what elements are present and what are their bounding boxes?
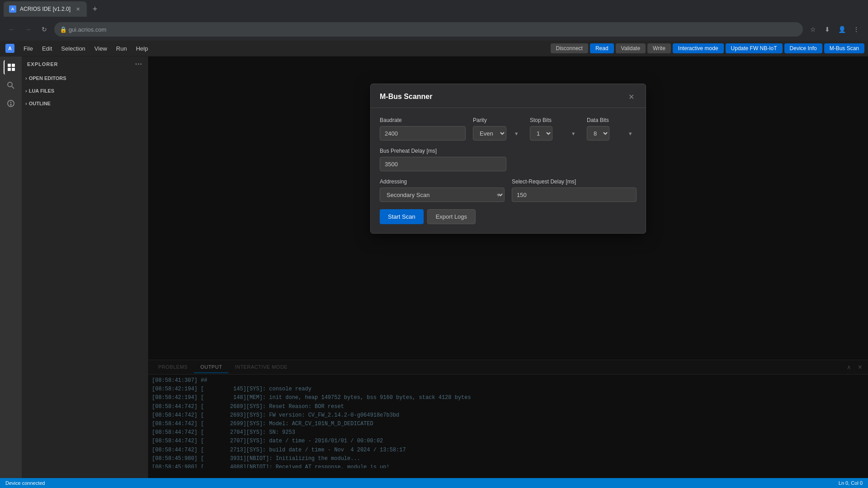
svg-point-10 (10, 104, 11, 105)
addressing-label: Addressing (380, 178, 505, 185)
sidebar-section-open-editors: › OPEN EDITORS (22, 72, 148, 84)
status-right: Ln 0, Col 0 (839, 480, 863, 486)
device-status: Device connected (5, 480, 45, 486)
parity-label: Parity (473, 117, 523, 123)
menu-button[interactable]: ⋮ (850, 23, 863, 36)
app-logo: A (4, 42, 16, 55)
sidebar-header: Explorer ··· (22, 56, 148, 72)
refresh-button[interactable]: ↻ (38, 23, 51, 36)
open-editors-label: OPEN EDITORS (29, 75, 66, 81)
mbus-scanner-modal: M-Bus Scanner ✕ Baudrate Parity (370, 84, 646, 234)
bookmark-button[interactable]: ☆ (807, 23, 819, 36)
menu-bar: A File Edit Selection View Run Help Disc… (0, 41, 868, 56)
activity-debug-icon[interactable] (4, 96, 18, 111)
mbus-scan-button[interactable]: M-Bus Scan (824, 43, 864, 53)
outline-label: OUTLINE (29, 101, 51, 106)
sidebar-more-icon[interactable]: ··· (135, 60, 142, 68)
validate-button[interactable]: Validate (616, 43, 646, 53)
stop-bits-label: Stop Bits (530, 117, 580, 123)
activity-explorer-icon[interactable] (4, 60, 18, 75)
status-bar: Device connected Ln 0, Col 0 (0, 478, 868, 488)
address-bar[interactable]: 🔒 gui.acrios.com (54, 22, 803, 37)
stop-bits-select[interactable]: 1 2 (530, 126, 552, 141)
svg-rect-5 (12, 68, 15, 71)
parity-select[interactable]: Even Odd None (473, 126, 506, 141)
profile-button[interactable]: 👤 (835, 23, 848, 36)
back-button[interactable]: ← (5, 23, 18, 36)
browser-toolbar: ← → ↻ 🔒 gui.acrios.com ☆ ⬇ 👤 ⋮ (0, 18, 868, 41)
write-button[interactable]: Write (647, 43, 671, 53)
interactive-mode-button[interactable]: Interactive mode (673, 43, 724, 53)
chevron-right-icon: › (25, 75, 27, 81)
data-bits-select-wrapper: 7 8 (587, 126, 637, 141)
chevron-right-icon-3: › (25, 101, 27, 106)
menu-item-selection[interactable]: Selection (57, 43, 89, 54)
tab-title: ACRIOS IDE [v1.2.0] (20, 6, 71, 12)
sidebar: Explorer ··· › OPEN EDITORS › LUA FILES … (22, 56, 148, 478)
browser-chrome: A ACRIOS IDE [v1.2.0] ✕ + ← → ↻ 🔒 gui.ac… (0, 0, 868, 41)
modal-close-button[interactable]: ✕ (626, 91, 637, 102)
baudrate-input[interactable] (380, 126, 466, 141)
stop-bits-group: Stop Bits 1 2 (530, 117, 580, 141)
tab-favicon: A (9, 5, 16, 13)
activity-search-icon[interactable] (4, 78, 18, 93)
read-button[interactable]: Read (590, 43, 614, 53)
disconnect-button[interactable]: Disconnect (551, 43, 588, 53)
select-request-label: Select-Request Delay [ms] (512, 178, 637, 185)
svg-rect-2 (8, 64, 11, 67)
modal-body: Baudrate Parity Even Odd None (371, 108, 646, 233)
sidebar-section-lua-files: › LUA FILES (22, 84, 148, 97)
parity-group: Parity Even Odd None (473, 117, 523, 141)
addressing-select[interactable]: Secondary Scan Primary Scan (380, 188, 505, 202)
modal-actions: Start Scan Export Logs (380, 209, 637, 224)
url-text: gui.acrios.com (69, 26, 107, 33)
sidebar-section-outline: › OUTLINE (22, 97, 148, 110)
modal-overlay: M-Bus Scanner ✕ Baudrate Parity (148, 56, 868, 478)
select-request-input[interactable] (512, 188, 637, 202)
editor-area: M-Bus Scanner ✕ Baudrate Parity (148, 56, 868, 478)
cursor-position: Ln 0, Col 0 (839, 480, 863, 486)
svg-text:A: A (8, 46, 12, 51)
forward-button[interactable]: → (22, 23, 34, 36)
browser-tab[interactable]: A ACRIOS IDE [v1.2.0] ✕ (4, 1, 87, 17)
status-left: Device connected (5, 480, 45, 486)
svg-rect-3 (12, 64, 15, 67)
new-tab-button[interactable]: + (89, 3, 101, 15)
menu-item-run[interactable]: Run (113, 43, 131, 54)
select-request-group: Select-Request Delay [ms] (512, 178, 637, 202)
device-info-button[interactable]: Device Info (784, 43, 822, 53)
lua-files-label: LUA FILES (29, 88, 54, 94)
lock-icon: 🔒 (60, 26, 67, 33)
export-logs-button[interactable]: Export Logs (427, 209, 476, 224)
bus-preheat-label: Bus Preheat Delay [ms] (380, 148, 637, 154)
menu-item-file[interactable]: File (20, 43, 37, 54)
bus-preheat-input[interactable] (380, 157, 506, 171)
svg-line-7 (12, 86, 14, 89)
update-fw-button[interactable]: Update FW NB-IoT (726, 43, 783, 53)
baudrate-group: Baudrate (380, 117, 466, 141)
addressing-group: Addressing Secondary Scan Primary Scan (380, 178, 505, 202)
baudrate-label: Baudrate (380, 117, 466, 123)
data-bits-select[interactable]: 7 8 (587, 126, 609, 141)
data-bits-label: Data Bits (587, 117, 637, 123)
activity-bar (0, 56, 22, 478)
chevron-right-icon-2: › (25, 88, 27, 94)
browser-tab-bar: A ACRIOS IDE [v1.2.0] ✕ + (0, 0, 868, 18)
data-bits-group: Data Bits 7 8 (587, 117, 637, 141)
modal-title: M-Bus Scanner (380, 93, 432, 101)
tab-close-icon[interactable]: ✕ (74, 5, 81, 13)
modal-header: M-Bus Scanner ✕ (371, 84, 646, 108)
menu-item-help[interactable]: Help (132, 43, 152, 54)
menu-item-view[interactable]: View (91, 43, 111, 54)
svg-point-6 (8, 82, 12, 87)
svg-rect-4 (8, 68, 11, 71)
stop-bits-select-wrapper: 1 2 (530, 126, 580, 141)
parity-select-wrapper: Even Odd None (473, 126, 523, 141)
addressing-select-wrapper: Secondary Scan Primary Scan (380, 188, 505, 202)
start-scan-button[interactable]: Start Scan (380, 209, 424, 224)
menu-item-edit[interactable]: Edit (38, 43, 56, 54)
download-button[interactable]: ⬇ (821, 23, 834, 36)
